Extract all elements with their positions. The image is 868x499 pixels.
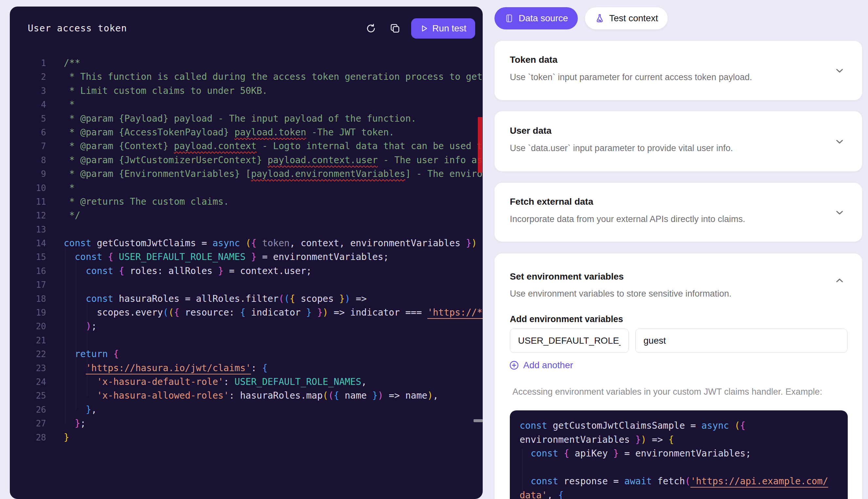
run-test-button[interactable]: Run test [411, 18, 475, 39]
error-marker [478, 117, 482, 173]
flask-icon [595, 13, 605, 23]
card-token-data[interactable]: Token data Use `token` input parameter f… [494, 41, 862, 100]
env-value-input[interactable] [635, 329, 847, 353]
chevron-down-icon[interactable] [834, 207, 845, 218]
card-fetch-external[interactable]: Fetch external data Incorporate data fro… [494, 183, 862, 242]
env-key-input[interactable] [510, 329, 629, 353]
card-fetch-subtitle: Incorporate data from your external APIs… [510, 214, 745, 224]
card-token-title: Token data [510, 54, 557, 65]
jwt-editor-card: User access token Run test 1234567891011… [10, 7, 483, 499]
card-env-variables: Set environment variables Use environmen… [494, 253, 862, 499]
panel-icon [504, 13, 514, 23]
add-env-variables-label: Add environment variables [510, 314, 623, 324]
plus-circle-icon [509, 360, 519, 370]
tab-test-context-label: Test context [609, 13, 658, 24]
env-section-subtitle: Use environment variables to store sensi… [510, 289, 731, 299]
play-icon [420, 24, 428, 33]
sample-code: const getCustomJwtClaimsSample = async (… [520, 419, 848, 499]
tab-data-source-label: Data source [519, 13, 568, 24]
copy-button[interactable] [388, 21, 402, 36]
indent-guide [76, 257, 76, 410]
indent-guide [65, 244, 65, 424]
card-user-data[interactable]: User data Use `data.user` input paramete… [494, 111, 862, 171]
add-another-button[interactable]: Add another [509, 360, 573, 370]
tab-data-source[interactable]: Data source [494, 7, 578, 29]
copy-icon [390, 23, 401, 34]
run-test-label: Run test [432, 23, 466, 34]
card-user-subtitle: Use `data.user` input parameter to provi… [510, 143, 733, 153]
refresh-icon [365, 23, 377, 34]
chevron-up-icon[interactable] [834, 275, 845, 286]
scrollbar-thumb[interactable] [474, 419, 483, 422]
card-token-subtitle: Use `token` input parameter for current … [510, 72, 752, 82]
tab-test-context[interactable]: Test context [585, 7, 668, 29]
env-section-title: Set environment variables [510, 271, 624, 282]
chevron-down-icon[interactable] [834, 136, 845, 147]
sample-code-box: const getCustomJwtClaimsSample = async (… [510, 410, 848, 499]
add-another-label: Add another [523, 360, 573, 370]
env-helper-text: Accessing environment variables in your … [513, 387, 822, 397]
chevron-down-icon[interactable] [834, 65, 845, 76]
line-number-gutter: 1234567891011121314151617181920212223242… [10, 56, 46, 445]
card-user-title: User data [510, 125, 552, 136]
card-fetch-title: Fetch external data [510, 196, 593, 207]
code-area[interactable]: /** * This function is called during the… [64, 56, 483, 445]
refresh-button[interactable] [364, 21, 378, 36]
editor-title: User access token [28, 23, 127, 34]
indent-guide [87, 299, 87, 396]
indent-guide [522, 449, 523, 499]
